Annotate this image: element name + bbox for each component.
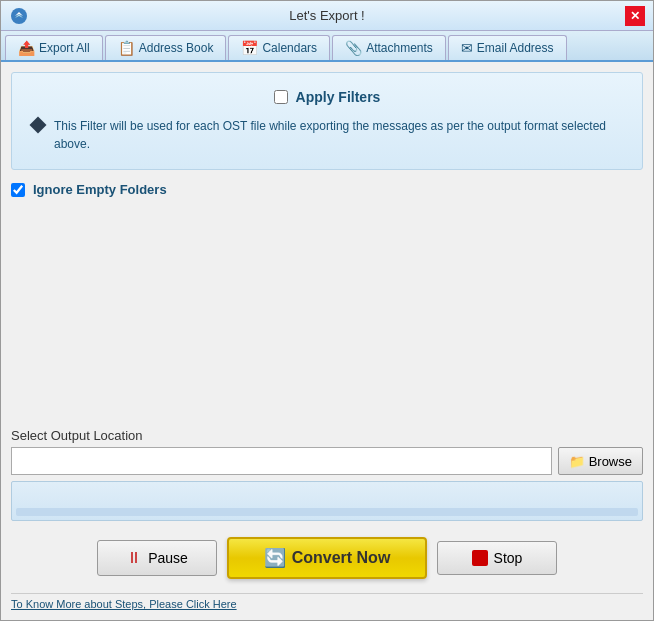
apply-filters-row: Apply Filters (32, 89, 622, 105)
output-location-label: Select Output Location (11, 428, 643, 443)
progress-bar-track (16, 508, 638, 516)
output-section: Select Output Location 📁 Browse (11, 428, 643, 521)
footer-link[interactable]: To Know More about Steps, Please Click H… (11, 593, 643, 610)
filter-hint-text: This Filter will be used for each OST fi… (54, 117, 622, 153)
main-content: Apply Filters This Filter will be used f… (1, 62, 653, 620)
tab-address-book-label: Address Book (139, 41, 214, 55)
pause-icon: ⏸ (126, 549, 142, 567)
tab-export-all-label: Export All (39, 41, 90, 55)
stop-button[interactable]: Stop (437, 541, 557, 575)
browse-label: Browse (589, 454, 632, 469)
app-icon (9, 6, 29, 26)
stop-label: Stop (494, 550, 523, 566)
tab-attachments-label: Attachments (366, 41, 433, 55)
tab-calendars-label: Calendars (262, 41, 317, 55)
attachments-icon: 📎 (345, 40, 362, 56)
title-bar: Let's Export ! ✕ (1, 1, 653, 31)
ignore-empty-folders-label[interactable]: Ignore Empty Folders (33, 182, 167, 197)
email-address-icon: ✉ (461, 40, 473, 56)
tab-export-all[interactable]: 📤 Export All (5, 35, 103, 60)
folder-icon: 📁 (569, 454, 585, 469)
spacer (11, 205, 643, 420)
close-button[interactable]: ✕ (625, 6, 645, 26)
tab-bar: 📤 Export All 📋 Address Book 📅 Calendars … (1, 31, 653, 62)
stop-icon (472, 550, 488, 566)
output-path-input[interactable] (11, 447, 552, 475)
window-title: Let's Export ! (29, 8, 625, 23)
calendars-icon: 📅 (241, 40, 258, 56)
filter-hint: This Filter will be used for each OST fi… (32, 117, 622, 153)
browse-button[interactable]: 📁 Browse (558, 447, 643, 475)
convert-now-button[interactable]: 🔄 Convert Now (227, 537, 427, 579)
tab-email-address[interactable]: ✉ Email Address (448, 35, 567, 60)
tab-address-book[interactable]: 📋 Address Book (105, 35, 227, 60)
tab-email-address-label: Email Address (477, 41, 554, 55)
address-book-icon: 📋 (118, 40, 135, 56)
pause-button[interactable]: ⏸ Pause (97, 540, 217, 576)
filter-box: Apply Filters This Filter will be used f… (11, 72, 643, 170)
apply-filters-checkbox[interactable] (274, 90, 288, 104)
action-buttons-row: ⏸ Pause 🔄 Convert Now Stop (11, 537, 643, 579)
ignore-empty-folders-row: Ignore Empty Folders (11, 182, 643, 197)
output-row: 📁 Browse (11, 447, 643, 475)
export-all-icon: 📤 (18, 40, 35, 56)
convert-label: Convert Now (292, 549, 391, 567)
main-window: Let's Export ! ✕ 📤 Export All 📋 Address … (0, 0, 654, 621)
pause-label: Pause (148, 550, 188, 566)
tab-attachments[interactable]: 📎 Attachments (332, 35, 446, 60)
tab-calendars[interactable]: 📅 Calendars (228, 35, 330, 60)
ignore-empty-folders-checkbox[interactable] (11, 183, 25, 197)
progress-area (11, 481, 643, 521)
apply-filters-label[interactable]: Apply Filters (296, 89, 381, 105)
convert-icon: 🔄 (264, 547, 286, 569)
diamond-icon (30, 117, 47, 134)
close-icon: ✕ (630, 9, 640, 23)
